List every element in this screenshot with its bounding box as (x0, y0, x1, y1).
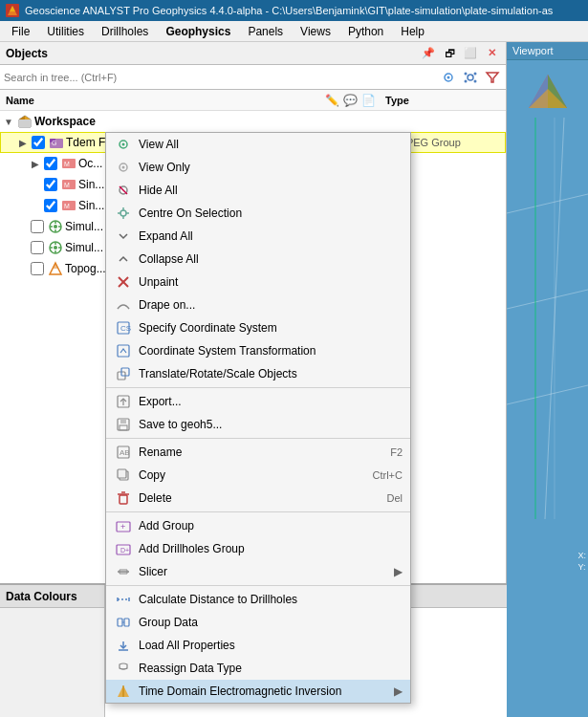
ctx-view-only[interactable]: View Only (106, 156, 410, 179)
ctx-add-drillholes[interactable]: D+ Add Drillholes Group (106, 537, 410, 560)
checkbox-tdem[interactable] (32, 136, 45, 149)
viewport-content: X: Y: (507, 60, 588, 717)
tree-header: Name ✏️ 💬 📄 Type (0, 90, 506, 111)
ctx-export[interactable]: Export... (106, 390, 410, 413)
ctx-view-all[interactable]: View All (106, 133, 410, 156)
checkbox-oc[interactable] (44, 157, 57, 170)
tree-row-workspace[interactable]: ▼ Workspace (0, 111, 506, 132)
svg-point-46 (120, 210, 126, 216)
ctx-add-drillholes-label: Add Drillholes Group (139, 542, 403, 555)
svg-text:M: M (64, 182, 70, 188)
ctx-tdem-inversion[interactable]: Time Domain Electromagnetic Inversion ▶ (106, 680, 410, 703)
ctx-calc-distance-label: Calculate Distance to Drillholes (139, 593, 403, 606)
search-bar (0, 65, 506, 90)
ctx-load-all[interactable]: Load All Properties (106, 634, 410, 657)
menu-python[interactable]: Python (340, 23, 391, 40)
svg-line-95 (507, 194, 588, 213)
svg-rect-79 (118, 619, 122, 626)
ctx-hide-all[interactable]: Hide All (106, 179, 410, 202)
ctx-unpaint-label: Unpaint (139, 275, 403, 289)
checkbox-simul2[interactable] (31, 241, 44, 254)
search-input[interactable] (4, 72, 435, 83)
menu-help[interactable]: Help (393, 23, 432, 40)
svg-rect-55 (118, 345, 129, 357)
ctx-expand-all-label: Expand All (139, 229, 403, 243)
svg-marker-12 (487, 73, 498, 82)
svg-rect-80 (124, 619, 129, 626)
group-data-icon (114, 613, 133, 632)
ctx-unpaint[interactable]: Unpaint (106, 271, 410, 293)
ctx-slicer-arrow: ▶ (394, 565, 403, 578)
svg-text:M: M (64, 203, 70, 209)
separator-group (106, 511, 410, 512)
pencil-header-icon: ✏️ (324, 93, 339, 108)
ctx-rename-shortcut: F2 (390, 446, 403, 458)
collapse-all-icon (114, 250, 133, 269)
expand-oc[interactable]: ▶ (29, 157, 42, 170)
ctx-rename[interactable]: AB Rename F2 (106, 441, 410, 464)
ctx-view-only-label: View Only (139, 161, 403, 174)
ctx-delete[interactable]: Delete Del (106, 487, 410, 510)
menu-file[interactable]: File (4, 23, 37, 40)
ctx-copy-shortcut: Ctrl+C (373, 469, 403, 481)
separator-rename (106, 438, 410, 439)
ctx-collapse-all-label: Collapse All (139, 252, 403, 266)
svg-text:+: + (120, 522, 125, 532)
unpaint-icon (114, 272, 133, 292)
menu-geophysics[interactable]: Geophysics (158, 23, 238, 40)
menu-panels[interactable]: Panels (240, 23, 291, 40)
ctx-translate-label: Translate/Rotate/Scale Objects (139, 367, 403, 380)
delete-icon (114, 489, 133, 508)
ctx-coord-transform[interactable]: Coordinate System Transformation (106, 339, 410, 362)
ctx-save-geoh5[interactable]: Save to geoh5... (106, 413, 410, 436)
topog-icon (48, 261, 63, 276)
checkbox-topog[interactable] (31, 262, 44, 275)
svg-point-6 (465, 72, 468, 75)
maximize-icon[interactable]: ⬜ (462, 45, 479, 62)
viewport-title: Viewport (512, 45, 554, 56)
tdem-inversion-icon (114, 682, 133, 701)
ctx-drape[interactable]: Drape on... (106, 293, 410, 316)
simul1-icon (48, 219, 63, 234)
ctx-view-all-label: View All (139, 138, 403, 151)
ctx-translate[interactable]: Translate/Rotate/Scale Objects (106, 362, 410, 385)
svg-line-97 (507, 385, 588, 404)
checkbox-simul1[interactable] (31, 220, 44, 233)
ctx-specify-coord[interactable]: CS Specify Coordinate System (106, 316, 410, 339)
menu-utilities[interactable]: Utilities (39, 23, 92, 40)
ctx-add-group[interactable]: + Add Group (106, 514, 410, 537)
add-drillholes-icon: D+ (114, 539, 133, 558)
ctx-export-label: Export... (139, 395, 403, 408)
ctx-expand-all[interactable]: Expand All (106, 225, 410, 248)
restore-icon[interactable]: 🗗 (441, 45, 458, 62)
checkbox-sin1[interactable] (44, 178, 57, 191)
ctx-copy[interactable]: Copy Ctrl+C (106, 464, 410, 487)
expand-tdem[interactable]: ▶ (16, 136, 30, 149)
ctx-centre-label: Centre On Selection (139, 206, 403, 220)
pin-icon[interactable]: 📌 (420, 45, 437, 62)
ctx-save-geoh5-label: Save to geoh5... (139, 418, 403, 431)
separator-export (106, 387, 410, 388)
ctx-centre[interactable]: Centre On Selection (106, 202, 410, 225)
svg-text:D+: D+ (120, 547, 129, 554)
ctx-collapse-all[interactable]: Collapse All (106, 248, 410, 271)
menu-views[interactable]: Views (293, 23, 338, 40)
eye-filter-icon[interactable] (439, 68, 458, 87)
bubble-header-icon: 💬 (342, 93, 358, 108)
ctx-reassign[interactable]: Reassign Data Type (106, 657, 410, 680)
filter-icon[interactable] (483, 68, 502, 87)
ctx-calc-distance[interactable]: Calculate Distance to Drillholes (106, 588, 410, 611)
ctx-slicer[interactable]: Slicer ▶ (106, 560, 410, 583)
context-menu: View All View Only Hide All (105, 132, 411, 704)
hide-all-icon (114, 181, 133, 200)
expand-workspace[interactable]: ▼ (2, 115, 15, 128)
close-panel-icon[interactable]: ✕ (483, 45, 500, 62)
menu-drillholes[interactable]: Drillholes (94, 23, 156, 40)
network-icon[interactable] (461, 68, 480, 87)
ctx-reassign-label: Reassign Data Type (139, 662, 403, 675)
checkbox-sin2[interactable] (44, 199, 57, 212)
ctx-group-data-label: Group Data (139, 616, 403, 629)
svg-point-27 (54, 225, 57, 228)
ctx-group-data[interactable]: Group Data (106, 611, 410, 634)
sin2-icon: M (61, 198, 76, 213)
